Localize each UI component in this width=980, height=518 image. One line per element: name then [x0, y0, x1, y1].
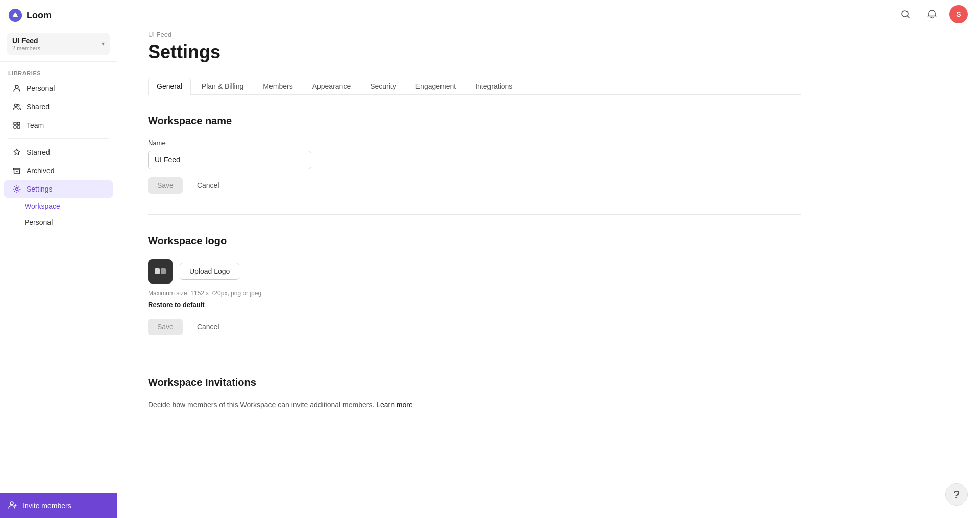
svg-rect-9 [14, 168, 20, 170]
workspace-name-section: Workspace name Name Save Cancel [148, 115, 801, 215]
workspace-name: UI Feed [12, 37, 40, 45]
loom-logo-text: Loom [27, 10, 52, 21]
sidebar-sub-item-workspace[interactable]: Workspace [17, 199, 113, 214]
upload-logo-button[interactable]: Upload Logo [180, 263, 239, 280]
workspace-header: UI Feed 2 members ▾ [0, 27, 117, 62]
workspace-name-cancel-button[interactable]: Cancel [188, 177, 229, 194]
loom-logo-icon [8, 8, 22, 22]
tab-integrations[interactable]: Integrations [467, 78, 521, 95]
breadcrumb: UI Feed [148, 31, 801, 38]
tab-plan-billing[interactable]: Plan & Billing [193, 78, 253, 95]
topbar: S [117, 0, 980, 29]
sidebar-item-personal[interactable]: Personal [4, 80, 113, 97]
sidebar-item-settings-label: Settings [27, 185, 53, 193]
svg-rect-8 [17, 126, 20, 128]
sidebar-item-shared[interactable]: Shared [4, 98, 113, 115]
workspace-invitations-title: Workspace Invitations [148, 376, 801, 388]
name-label: Name [148, 139, 801, 147]
sidebar-sub-item-workspace-label: Workspace [24, 202, 60, 210]
svg-point-3 [15, 104, 17, 107]
svg-rect-13 [155, 268, 160, 274]
svg-point-2 [15, 85, 18, 88]
sidebar-item-starred-label: Starred [27, 148, 50, 156]
workspace-logo-save-button[interactable]: Save [148, 319, 183, 335]
tabs-nav: General Plan & Billing Members Appearanc… [148, 77, 801, 95]
workspace-invitations-desc: Decide how members of this Workspace can… [148, 401, 801, 409]
logo-upload-row: Upload Logo [148, 259, 801, 284]
svg-point-10 [16, 188, 18, 191]
invite-icon [8, 500, 17, 511]
sidebar-item-starred[interactable]: Starred [4, 144, 113, 161]
team-icon [12, 121, 21, 130]
svg-rect-6 [17, 122, 20, 125]
svg-rect-14 [161, 268, 166, 274]
user-avatar[interactable]: S [949, 5, 968, 23]
sidebar-sub-item-personal-label: Personal [24, 218, 53, 226]
star-icon [12, 148, 21, 157]
workspace-invitations-section: Workspace Invitations Decide how members… [148, 356, 801, 409]
help-button[interactable]: ? [945, 483, 968, 506]
settings-sub-items: Workspace Personal [13, 198, 117, 230]
workspace-members: 2 members [12, 45, 40, 51]
libraries-label: Libraries [0, 62, 117, 79]
sidebar-item-shared-label: Shared [27, 103, 50, 111]
workspace-name-buttons: Save Cancel [148, 177, 801, 194]
sidebar-item-personal-label: Personal [27, 84, 55, 92]
workspace-logo-buttons: Save Cancel [148, 319, 801, 335]
search-button[interactable] [896, 5, 915, 23]
logo-placeholder [148, 259, 173, 284]
workspace-logo-title: Workspace logo [148, 235, 801, 247]
sidebar-item-archived[interactable]: Archived [4, 162, 113, 179]
gear-icon [12, 184, 21, 194]
invite-members-label: Invite members [22, 502, 71, 510]
page-content: UI Feed Settings General Plan & Billing … [117, 0, 832, 429]
workspace-logo-cancel-button[interactable]: Cancel [188, 319, 229, 335]
sidebar-item-archived-label: Archived [27, 167, 54, 175]
logo-size-hint: Maximum size: 1152 x 720px, png or jpeg [148, 290, 801, 297]
workspace-selector[interactable]: UI Feed 2 members ▾ [7, 33, 110, 55]
sidebar-divider-1 [8, 138, 109, 139]
invitations-desc-text: Decide how members of this Workspace can… [148, 401, 374, 409]
learn-more-link[interactable]: Learn more [376, 401, 413, 409]
restore-default-link[interactable]: Restore to default [148, 301, 205, 309]
people-icon [12, 102, 21, 111]
sidebar-sub-item-personal[interactable]: Personal [17, 215, 113, 230]
logo-placeholder-icon [153, 264, 167, 278]
tab-general[interactable]: General [148, 78, 191, 95]
notifications-button[interactable] [923, 5, 941, 23]
svg-rect-7 [14, 126, 16, 128]
svg-point-11 [10, 502, 13, 505]
tab-members[interactable]: Members [254, 78, 301, 95]
loom-logo[interactable]: Loom [0, 0, 117, 27]
archive-icon [12, 166, 21, 175]
svg-point-1 [14, 14, 17, 17]
invite-members-button[interactable]: Invite members [0, 493, 117, 518]
sidebar: Loom UI Feed 2 members ▾ Libraries Perso… [0, 0, 117, 518]
person-icon [12, 84, 21, 93]
chevron-down-icon: ▾ [102, 40, 105, 48]
workspace-info: UI Feed 2 members [12, 37, 40, 51]
workspace-name-save-button[interactable]: Save [148, 177, 183, 194]
tab-engagement[interactable]: Engagement [407, 78, 464, 95]
sidebar-item-team-label: Team [27, 121, 44, 129]
tab-security[interactable]: Security [361, 78, 405, 95]
sidebar-item-team[interactable]: Team [4, 116, 113, 134]
svg-rect-5 [14, 122, 16, 125]
sidebar-item-settings[interactable]: Settings [4, 180, 113, 198]
workspace-logo-section: Workspace logo Upload Logo Maximum size:… [148, 215, 801, 356]
workspace-name-title: Workspace name [148, 115, 801, 127]
workspace-name-input[interactable] [148, 151, 311, 169]
tab-appearance[interactable]: Appearance [304, 78, 360, 95]
main-content: S UI Feed Settings General Plan & Billin… [117, 0, 980, 518]
svg-point-4 [17, 104, 19, 106]
page-title: Settings [148, 41, 801, 63]
